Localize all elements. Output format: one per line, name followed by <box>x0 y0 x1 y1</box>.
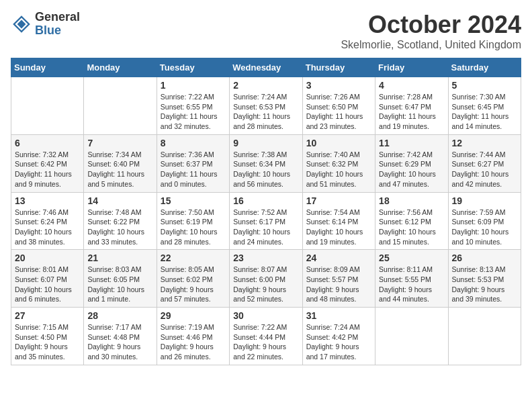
day-number: 31 <box>306 310 371 321</box>
day-number: 30 <box>233 310 298 321</box>
calendar-cell <box>84 77 157 135</box>
calendar-cell: 8Sunrise: 7:36 AM Sunset: 6:37 PM Daylig… <box>157 134 229 192</box>
day-info: Sunrise: 8:01 AM Sunset: 6:07 PM Dayligh… <box>15 265 80 304</box>
day-number: 22 <box>161 253 226 263</box>
day-info: Sunrise: 7:32 AM Sunset: 6:42 PM Dayligh… <box>15 150 80 189</box>
calendar-cell: 23Sunrise: 8:07 AM Sunset: 6:00 PM Dayli… <box>230 250 302 308</box>
calendar-cell: 1Sunrise: 7:22 AM Sunset: 6:55 PM Daylig… <box>157 77 229 135</box>
day-info: Sunrise: 7:15 AM Sunset: 4:50 PM Dayligh… <box>15 322 80 362</box>
week-row-5: 27Sunrise: 7:15 AM Sunset: 4:50 PM Dayli… <box>11 308 521 365</box>
day-number: 19 <box>452 195 517 206</box>
calendar-cell: 4Sunrise: 7:28 AM Sunset: 6:47 PM Daylig… <box>375 77 448 135</box>
calendar-cell: 11Sunrise: 7:42 AM Sunset: 6:29 PM Dayli… <box>375 134 448 192</box>
day-info: Sunrise: 7:34 AM Sunset: 6:40 PM Dayligh… <box>87 150 152 189</box>
day-number: 11 <box>379 138 444 148</box>
day-info: Sunrise: 8:09 AM Sunset: 5:57 PM Dayligh… <box>306 265 371 304</box>
day-info: Sunrise: 7:22 AM Sunset: 4:44 PM Dayligh… <box>233 322 298 362</box>
day-number: 4 <box>379 80 444 91</box>
page-header: General Blue October 2024 Skelmorlie, Sc… <box>11 11 521 51</box>
day-info: Sunrise: 7:24 AM Sunset: 4:42 PM Dayligh… <box>306 322 371 362</box>
day-number: 5 <box>452 80 517 91</box>
calendar-cell: 15Sunrise: 7:50 AM Sunset: 6:19 PM Dayli… <box>157 192 229 250</box>
logo-icon <box>11 13 32 35</box>
day-info: Sunrise: 7:48 AM Sunset: 6:22 PM Dayligh… <box>87 208 152 247</box>
day-number: 16 <box>233 195 298 206</box>
day-info: Sunrise: 7:26 AM Sunset: 6:50 PM Dayligh… <box>306 92 371 132</box>
calendar-cell: 10Sunrise: 7:40 AM Sunset: 6:32 PM Dayli… <box>302 134 375 192</box>
calendar-cell: 20Sunrise: 8:01 AM Sunset: 6:07 PM Dayli… <box>11 250 84 308</box>
day-info: Sunrise: 7:40 AM Sunset: 6:32 PM Dayligh… <box>306 150 371 189</box>
day-number: 23 <box>233 253 298 263</box>
day-number: 17 <box>306 195 371 206</box>
day-number: 29 <box>161 310 226 321</box>
day-number: 7 <box>87 138 152 148</box>
day-info: Sunrise: 7:44 AM Sunset: 6:27 PM Dayligh… <box>452 150 517 189</box>
day-info: Sunrise: 7:46 AM Sunset: 6:24 PM Dayligh… <box>15 208 80 247</box>
calendar-cell: 21Sunrise: 8:03 AM Sunset: 6:05 PM Dayli… <box>84 250 157 308</box>
calendar-cell: 28Sunrise: 7:17 AM Sunset: 4:48 PM Dayli… <box>84 308 157 365</box>
day-info: Sunrise: 7:28 AM Sunset: 6:47 PM Dayligh… <box>379 92 444 132</box>
calendar-cell: 2Sunrise: 7:24 AM Sunset: 6:53 PM Daylig… <box>230 77 302 135</box>
logo-line2: Blue <box>35 24 80 38</box>
calendar-cell: 18Sunrise: 7:56 AM Sunset: 6:12 PM Dayli… <box>375 192 448 250</box>
calendar-cell: 9Sunrise: 7:38 AM Sunset: 6:34 PM Daylig… <box>230 134 302 192</box>
week-row-3: 13Sunrise: 7:46 AM Sunset: 6:24 PM Dayli… <box>11 192 521 250</box>
day-info: Sunrise: 7:17 AM Sunset: 4:48 PM Dayligh… <box>87 322 152 362</box>
calendar-cell: 12Sunrise: 7:44 AM Sunset: 6:27 PM Dayli… <box>448 134 521 192</box>
day-info: Sunrise: 8:03 AM Sunset: 6:05 PM Dayligh… <box>87 265 152 304</box>
calendar-cell: 16Sunrise: 7:52 AM Sunset: 6:17 PM Dayli… <box>230 192 302 250</box>
day-info: Sunrise: 7:52 AM Sunset: 6:17 PM Dayligh… <box>233 208 298 247</box>
weekday-header-thursday: Thursday <box>302 58 375 77</box>
calendar-cell: 7Sunrise: 7:34 AM Sunset: 6:40 PM Daylig… <box>84 134 157 192</box>
day-number: 3 <box>306 80 371 91</box>
calendar-cell: 29Sunrise: 7:19 AM Sunset: 4:46 PM Dayli… <box>157 308 229 365</box>
day-info: Sunrise: 8:11 AM Sunset: 5:55 PM Dayligh… <box>379 265 444 304</box>
day-number: 8 <box>161 138 226 148</box>
calendar-cell: 5Sunrise: 7:30 AM Sunset: 6:45 PM Daylig… <box>448 77 521 135</box>
day-info: Sunrise: 7:42 AM Sunset: 6:29 PM Dayligh… <box>379 150 444 189</box>
day-info: Sunrise: 7:36 AM Sunset: 6:37 PM Dayligh… <box>161 150 226 189</box>
day-number: 13 <box>15 195 80 206</box>
calendar-cell <box>375 308 448 365</box>
calendar-cell: 22Sunrise: 8:05 AM Sunset: 6:02 PM Dayli… <box>157 250 229 308</box>
day-info: Sunrise: 7:19 AM Sunset: 4:46 PM Dayligh… <box>161 322 226 362</box>
day-info: Sunrise: 8:13 AM Sunset: 5:53 PM Dayligh… <box>452 265 517 304</box>
day-number: 2 <box>233 80 298 91</box>
weekday-header-wednesday: Wednesday <box>230 58 302 77</box>
week-row-1: 1Sunrise: 7:22 AM Sunset: 6:55 PM Daylig… <box>11 77 521 135</box>
day-info: Sunrise: 7:22 AM Sunset: 6:55 PM Dayligh… <box>161 92 226 132</box>
weekday-header-sunday: Sunday <box>11 58 84 77</box>
title-area: October 2024 Skelmorlie, Scotland, Unite… <box>341 11 521 51</box>
day-number: 25 <box>379 253 444 263</box>
calendar-cell <box>448 308 521 365</box>
day-info: Sunrise: 7:56 AM Sunset: 6:12 PM Dayligh… <box>379 208 444 247</box>
day-info: Sunrise: 7:59 AM Sunset: 6:09 PM Dayligh… <box>452 208 517 247</box>
calendar-cell: 17Sunrise: 7:54 AM Sunset: 6:14 PM Dayli… <box>302 192 375 250</box>
calendar-cell: 27Sunrise: 7:15 AM Sunset: 4:50 PM Dayli… <box>11 308 84 365</box>
calendar-cell: 26Sunrise: 8:13 AM Sunset: 5:53 PM Dayli… <box>448 250 521 308</box>
weekday-header-friday: Friday <box>375 58 448 77</box>
weekday-header-tuesday: Tuesday <box>157 58 229 77</box>
day-number: 24 <box>306 253 371 263</box>
month-title: October 2024 <box>341 11 521 39</box>
calendar-cell: 19Sunrise: 7:59 AM Sunset: 6:09 PM Dayli… <box>448 192 521 250</box>
day-number: 14 <box>87 195 152 206</box>
day-number: 27 <box>15 310 80 321</box>
day-number: 10 <box>306 138 371 148</box>
calendar-cell: 6Sunrise: 7:32 AM Sunset: 6:42 PM Daylig… <box>11 134 84 192</box>
day-info: Sunrise: 7:38 AM Sunset: 6:34 PM Dayligh… <box>233 150 298 189</box>
day-info: Sunrise: 7:50 AM Sunset: 6:19 PM Dayligh… <box>161 208 226 247</box>
day-info: Sunrise: 8:07 AM Sunset: 6:00 PM Dayligh… <box>233 265 298 304</box>
day-info: Sunrise: 8:05 AM Sunset: 6:02 PM Dayligh… <box>161 265 226 304</box>
day-number: 20 <box>15 253 80 263</box>
calendar-table: SundayMondayTuesdayWednesdayThursdayFrid… <box>11 58 521 365</box>
calendar-cell <box>11 77 84 135</box>
calendar-cell: 14Sunrise: 7:48 AM Sunset: 6:22 PM Dayli… <box>84 192 157 250</box>
day-number: 6 <box>15 138 80 148</box>
calendar-cell: 25Sunrise: 8:11 AM Sunset: 5:55 PM Dayli… <box>375 250 448 308</box>
calendar-cell: 3Sunrise: 7:26 AM Sunset: 6:50 PM Daylig… <box>302 77 375 135</box>
day-number: 21 <box>87 253 152 263</box>
day-number: 1 <box>161 80 226 91</box>
logo: General Blue <box>11 11 80 38</box>
day-number: 18 <box>379 195 444 206</box>
